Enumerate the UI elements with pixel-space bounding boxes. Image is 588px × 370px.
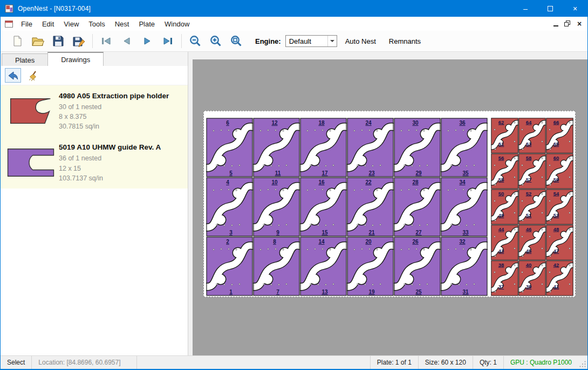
part-number: 7 [276, 289, 279, 295]
nested-part-pair[interactable]: 3231 [441, 237, 488, 296]
nested-part-pair[interactable]: 6665 [546, 118, 573, 153]
nested-part-pair[interactable]: 5251 [518, 189, 546, 225]
nested-part-pair[interactable]: 4241 [546, 260, 573, 296]
previous-plate-button[interactable] [117, 32, 137, 50]
zoom-in-icon [209, 35, 222, 48]
nested-part-pair[interactable]: 21 [206, 237, 253, 296]
nested-part-pair[interactable]: 3029 [394, 118, 441, 177]
nested-part-pair[interactable]: 5655 [491, 153, 518, 189]
nested-part-pair[interactable]: 1817 [300, 118, 347, 177]
part-number: 47 [553, 248, 559, 254]
save-as-button[interactable] [69, 32, 89, 50]
save-button[interactable] [48, 32, 69, 50]
status-plate: Plate: 1 of 1 [370, 356, 418, 369]
last-plate-button[interactable] [158, 32, 178, 50]
nest-canvas[interactable]: 6512111817242330293635431091615222128273… [193, 59, 587, 355]
nested-part-pair[interactable]: 6059 [546, 153, 573, 189]
drawing-list-item[interactable]: 4980 A05 Extraction pipe holder30 of 1 n… [1, 85, 188, 137]
nested-part-pair[interactable]: 5453 [546, 189, 573, 225]
part-number: 29 [415, 170, 422, 176]
remnants-button[interactable]: Remnants [384, 33, 426, 50]
zoom-out-button[interactable] [185, 32, 206, 50]
status-mode: Select [1, 356, 32, 369]
minimize-button[interactable]: – [513, 1, 538, 17]
part-number: 8 [273, 239, 276, 245]
nested-part-pair[interactable]: 3635 [441, 118, 488, 177]
app-window: OpenNest - [N0317-004] – × FileEditViewT… [0, 0, 588, 370]
nested-part-pair[interactable]: 2019 [347, 237, 394, 296]
resize-grip[interactable] [578, 356, 587, 369]
tab-drawings[interactable]: Drawings [47, 52, 104, 66]
part-number: 40 [526, 262, 532, 268]
plate[interactable]: 6512111817242330293635431091615222128273… [203, 111, 576, 297]
nested-part-pair[interactable]: 4039 [518, 260, 546, 296]
menu-tools[interactable]: Tools [84, 18, 110, 30]
menu-nest[interactable]: Nest [110, 18, 134, 30]
part-number: 20 [365, 239, 372, 245]
nested-part-pair[interactable]: 2221 [347, 177, 394, 237]
nested-part-pair[interactable]: 5049 [491, 189, 518, 225]
maximize-button[interactable] [538, 1, 563, 17]
maximize-icon [548, 6, 553, 11]
part-number: 2 [226, 239, 229, 245]
nested-part-pair[interactable]: 4847 [546, 225, 573, 260]
auto-nest-button[interactable]: Auto Nest [340, 33, 381, 50]
drawing-size: 8 x 8.375 [59, 112, 184, 122]
chevron-down-icon[interactable] [327, 36, 337, 46]
return-to-nest-button[interactable] [5, 68, 21, 83]
drawing-info: 4980 A05 Extraction pipe holder30 of 1 n… [59, 91, 184, 131]
next-plate-button[interactable] [137, 32, 158, 50]
clear-nest-button[interactable] [25, 68, 42, 83]
close-button[interactable]: × [563, 1, 587, 17]
nested-part-pair[interactable]: 87 [253, 237, 300, 296]
part-number: 6 [226, 120, 229, 126]
menu-view[interactable]: View [59, 18, 84, 30]
nested-part-pair[interactable]: 65 [206, 118, 253, 177]
part-number: 26 [412, 239, 419, 245]
open-file-button[interactable] [28, 32, 48, 50]
part-number: 41 [553, 284, 559, 290]
next-arrow-icon [141, 36, 153, 46]
nested-part-pair[interactable]: 2827 [394, 177, 441, 237]
part-number: 18 [318, 120, 325, 126]
zoom-fit-button[interactable] [226, 32, 247, 50]
nested-part-pair[interactable]: 5857 [518, 153, 546, 189]
nested-part-pair[interactable]: 4645 [518, 225, 546, 260]
zoom-in-button[interactable] [206, 32, 226, 50]
drawings-toolbar [1, 66, 188, 85]
nested-part-pair[interactable]: 43 [206, 177, 253, 237]
nested-part-pair[interactable]: 2423 [347, 118, 394, 177]
tab-plates[interactable]: Plates [2, 53, 48, 66]
part-number: 52 [526, 191, 532, 197]
back-arrow-icon [8, 71, 18, 80]
menu-window[interactable]: Window [160, 18, 194, 30]
nested-part-pair[interactable]: 4443 [491, 225, 518, 260]
first-plate-button[interactable] [96, 32, 117, 50]
menu-file[interactable]: File [16, 18, 37, 30]
part-number: 46 [526, 226, 532, 232]
drawing-list-item[interactable]: 5019 A10 UHMW guide Rev. A36 of 1 nested… [1, 137, 188, 188]
part-number: 53 [553, 212, 559, 218]
nested-part-pair[interactable]: 1413 [300, 237, 347, 296]
nested-part-pair[interactable]: 6463 [518, 118, 546, 153]
drawing-nested-count: 36 of 1 nested [59, 153, 184, 163]
menu-edit[interactable]: Edit [37, 18, 59, 30]
nested-part-pair[interactable]: 1211 [253, 118, 300, 177]
nested-part-pair[interactable]: 1615 [300, 177, 347, 237]
first-arrow-icon [100, 36, 112, 46]
nested-part-pair[interactable]: 2625 [394, 237, 441, 296]
nested-part-pair[interactable]: 6261 [491, 118, 518, 153]
nested-part-pair[interactable]: 3837 [491, 260, 518, 296]
engine-select[interactable]: Default [285, 35, 337, 47]
nested-part-pair[interactable]: 109 [253, 177, 300, 237]
part-thumbnail-shape [5, 147, 57, 178]
drawing-info: 5019 A10 UHMW guide Rev. A36 of 1 nested… [59, 142, 184, 183]
nested-part-pair[interactable]: 3433 [441, 177, 488, 237]
mdi-minimize-button[interactable] [552, 20, 559, 28]
mdi-close-button[interactable]: × [576, 20, 583, 28]
part-number: 65 [553, 141, 559, 147]
new-file-button[interactable] [7, 32, 28, 50]
red-parts-grid: 6261646366655655585760595049525154534443… [491, 118, 573, 296]
mdi-restore-button[interactable] [564, 20, 571, 28]
menu-plate[interactable]: Plate [134, 18, 160, 30]
